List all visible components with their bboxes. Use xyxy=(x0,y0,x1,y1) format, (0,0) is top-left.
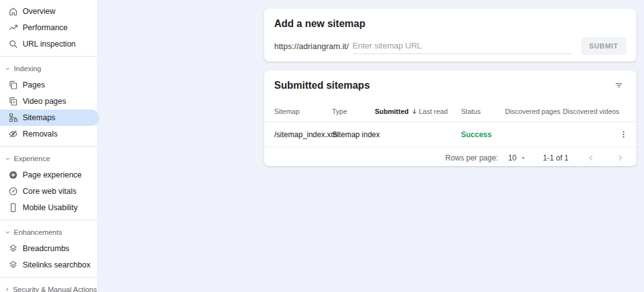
sort-descending-icon xyxy=(411,108,418,115)
sidebar-item-label: Video pages xyxy=(23,97,66,106)
sitemaps-icon xyxy=(8,113,18,123)
pages-icon xyxy=(8,80,18,90)
section-header-label: Security & Manual Actions xyxy=(13,286,97,292)
pagination-bar: Rows per page: 10 1-1 of 1 xyxy=(264,147,636,168)
sidebar-item-label: Performance xyxy=(23,23,68,32)
sidebar-divider xyxy=(0,277,97,278)
sidebar-section-indexing[interactable]: Indexing xyxy=(0,60,97,77)
sidebar-item-sitelinks-searchbox[interactable]: Sitelinks searchbox xyxy=(0,257,97,273)
sidebar-item-core-web-vitals[interactable]: Core web vitals xyxy=(0,183,97,199)
sitemap-url-input[interactable] xyxy=(353,38,572,54)
cell-sitemap: /sitemap_index.xml xyxy=(274,130,332,139)
core-web-vitals-icon xyxy=(8,186,18,196)
sidebar-item-overview[interactable]: Overview xyxy=(0,3,97,20)
sidebar-item-performance[interactable]: Performance xyxy=(0,20,97,36)
add-sitemap-title: Add a new sitemap xyxy=(274,18,626,30)
sitemap-input-row: https://adriangram.it/ SUBMIT xyxy=(274,38,626,54)
sidebar-item-mobile-usability[interactable]: Mobile Usability xyxy=(0,199,97,216)
layers-icon xyxy=(8,244,18,254)
sidebar-item-removals[interactable]: Removals xyxy=(0,126,97,142)
column-header-type[interactable]: Type xyxy=(332,108,375,115)
sidebar-section-experience[interactable]: Experience xyxy=(0,150,97,167)
cell-type: Sitemap index xyxy=(332,130,375,139)
column-header-last-read[interactable]: Last read xyxy=(419,108,461,115)
sidebar-item-label: Page experience xyxy=(23,171,82,179)
table-row[interactable]: /sitemap_index.xml Sitemap index Success xyxy=(264,122,636,147)
layers-icon xyxy=(8,260,18,270)
submit-button[interactable]: SUBMIT xyxy=(581,37,626,55)
rows-per-page-label: Rows per page: xyxy=(445,154,498,162)
table-title-row: Submitted sitemaps xyxy=(264,79,636,93)
add-sitemap-card: Add a new sitemap https://adriangram.it/… xyxy=(264,9,636,62)
page-experience-icon xyxy=(8,170,18,180)
eye-off-icon xyxy=(8,129,18,139)
rows-per-page-select[interactable]: 10 xyxy=(508,154,526,162)
sidebar-item-breadcrumbs[interactable]: Breadcrumbs xyxy=(0,240,97,257)
sidebar-item-label: Sitemaps xyxy=(23,113,55,122)
sidebar-item-label: URL inspection xyxy=(23,40,75,48)
performance-icon xyxy=(8,23,18,33)
chevron-down-icon xyxy=(4,228,11,236)
column-header-discovered-pages[interactable]: Discovered pages xyxy=(505,108,563,115)
sidebar-divider xyxy=(0,146,97,147)
sidebar-item-label: Breadcrumbs xyxy=(23,244,69,253)
sidebar-item-label: Overview xyxy=(23,7,55,16)
dropdown-caret-icon xyxy=(520,155,526,161)
sidebar-divider xyxy=(0,220,97,220)
row-menu-kebab-icon[interactable] xyxy=(617,128,630,141)
chevron-right-icon xyxy=(4,286,10,292)
table-header-row: Sitemap Type Submitted Last read Status … xyxy=(264,101,636,122)
column-header-submitted[interactable]: Submitted xyxy=(375,108,419,115)
section-header-label: Experience xyxy=(14,155,50,162)
section-header-label: Enhancements xyxy=(14,228,62,236)
column-header-sitemap[interactable]: Sitemap xyxy=(274,108,332,115)
filter-icon[interactable] xyxy=(611,78,626,93)
sidebar-item-url-inspection[interactable]: URL inspection xyxy=(0,36,97,52)
sidebar-item-pages[interactable]: Pages xyxy=(0,77,97,93)
sidebar-item-page-experience[interactable]: Page experience xyxy=(0,167,97,183)
pagination-range: 1-1 of 1 xyxy=(543,154,569,162)
sidebar-item-label: Pages xyxy=(23,81,45,89)
search-icon xyxy=(8,39,18,49)
sidebar-item-label: Sitelinks searchbox xyxy=(23,261,91,269)
home-icon xyxy=(8,6,18,16)
section-header-label: Indexing xyxy=(14,65,41,72)
sidebar-divider xyxy=(0,56,97,57)
sidebar-item-label: Mobile Usability xyxy=(23,203,78,212)
submitted-sitemaps-title: Submitted sitemaps xyxy=(274,79,370,92)
chevron-down-icon xyxy=(4,65,11,72)
sidebar-section-enhancements[interactable]: Enhancements xyxy=(0,224,97,240)
previous-page-icon[interactable] xyxy=(585,152,597,164)
column-header-discovered-videos[interactable]: Discovered videos xyxy=(563,108,617,115)
video-pages-icon xyxy=(8,96,18,106)
status-badge: Success xyxy=(461,130,505,139)
sidebar: Overview Performance URL inspection Inde… xyxy=(0,0,97,292)
submitted-sitemaps-card: Submitted sitemaps Sitemap Type Submitte… xyxy=(264,70,636,166)
chevron-down-icon xyxy=(4,155,11,162)
sidebar-item-video-pages[interactable]: Video pages xyxy=(0,93,97,110)
site-url-prefix: https://adriangram.it/ xyxy=(274,42,349,51)
next-page-icon[interactable] xyxy=(614,152,626,164)
sidebar-item-label: Removals xyxy=(23,130,58,138)
sidebar-item-sitemaps[interactable]: Sitemaps xyxy=(0,110,99,126)
sidebar-item-label: Core web vitals xyxy=(23,187,76,196)
rows-per-page-value: 10 xyxy=(508,154,516,162)
column-header-status[interactable]: Status xyxy=(461,108,505,115)
sidebar-section-security-manual-actions[interactable]: Security & Manual Actions xyxy=(0,281,97,292)
smartphone-icon xyxy=(8,203,18,213)
